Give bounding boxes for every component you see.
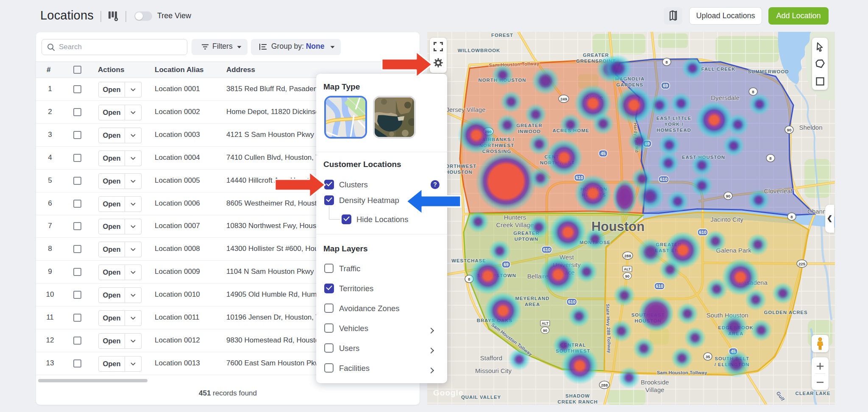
svg-text:Sam Houston Tollway: Sam Houston Tollway <box>657 370 707 375</box>
svg-text:INWOOD: INWOOD <box>518 129 541 134</box>
svg-text:225: 225 <box>798 262 806 266</box>
svg-text:CREEK RANCH: CREEK RANCH <box>558 399 598 404</box>
svg-text:QUAIL VALLEY: QUAIL VALLEY <box>461 395 501 400</box>
svg-text:249: 249 <box>560 97 567 101</box>
svg-text:610: 610 <box>656 284 663 289</box>
svg-text:Brookside: Brookside <box>641 379 669 386</box>
svg-text:35: 35 <box>706 354 710 359</box>
svg-text:YORK /: YORK / <box>664 122 683 127</box>
svg-text:8: 8 <box>665 60 668 64</box>
svg-text:EAST LITTLE: EAST LITTLE <box>657 116 692 121</box>
svg-text:HOMESTEAD: HOMESTEAD <box>657 128 691 133</box>
svg-text:610: 610 <box>568 299 576 304</box>
svg-text:Sheldon: Sheldon <box>799 124 822 131</box>
svg-text:610: 610 <box>699 230 707 235</box>
svg-text:45: 45 <box>601 151 606 156</box>
svg-text:Jersey Village: Jersey Village <box>446 106 485 113</box>
svg-text:FOREST: FOREST <box>491 33 513 38</box>
svg-text:288: 288 <box>601 383 608 387</box>
svg-text:90: 90 <box>787 128 792 132</box>
svg-text:Stafford: Stafford <box>480 354 502 362</box>
svg-text:GARDENS: GARDENS <box>616 82 643 87</box>
svg-text:8: 8 <box>769 156 771 161</box>
svg-text:Cloverleaf: Cloverleaf <box>764 187 793 195</box>
svg-text:SHADOW: SHADOW <box>565 393 590 398</box>
svg-text:8: 8 <box>752 89 754 94</box>
svg-text:Missouri City: Missouri City <box>475 367 512 374</box>
svg-text:GOLDEN ACRES: GOLDEN ACRES <box>764 310 807 315</box>
svg-text:ALT: ALT <box>624 267 631 271</box>
svg-text:610: 610 <box>660 177 668 182</box>
svg-text:8: 8 <box>790 214 793 219</box>
svg-text:610: 610 <box>543 247 551 252</box>
svg-text:AREA: AREA <box>525 302 540 307</box>
svg-text:90: 90 <box>543 328 547 333</box>
svg-text:69: 69 <box>504 262 509 267</box>
svg-text:HOUSTON: HOUSTON <box>445 170 473 175</box>
svg-text:90: 90 <box>726 194 731 198</box>
svg-text:MEYERLAND: MEYERLAND <box>515 296 550 301</box>
svg-text:SUMMERWOOD: SUMMERWOOD <box>748 69 789 74</box>
svg-text:WILLOWBROOK: WILLOWBROOK <box>458 48 501 53</box>
svg-text:Dyersdale: Dyersdale <box>711 94 740 101</box>
svg-text:90: 90 <box>625 274 629 278</box>
svg-text:ALT: ALT <box>542 321 549 326</box>
svg-text:69: 69 <box>663 83 668 88</box>
svg-text:Google: Google <box>433 388 463 397</box>
svg-text:Village: Village <box>645 386 665 393</box>
svg-text:Hunters: Hunters <box>504 214 526 221</box>
svg-text:Jacinto City: Jacinto City <box>710 216 743 223</box>
svg-text:CLEAR LAKE: CLEAR LAKE <box>795 391 830 396</box>
svg-text:288: 288 <box>624 253 631 258</box>
svg-text:FALL CREEK: FALL CREEK <box>701 67 736 72</box>
